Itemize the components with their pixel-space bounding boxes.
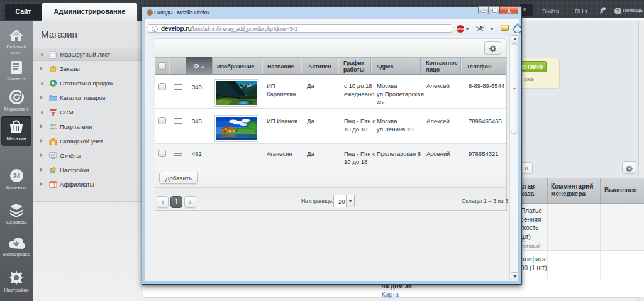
svg-text:24: 24: [13, 172, 20, 180]
